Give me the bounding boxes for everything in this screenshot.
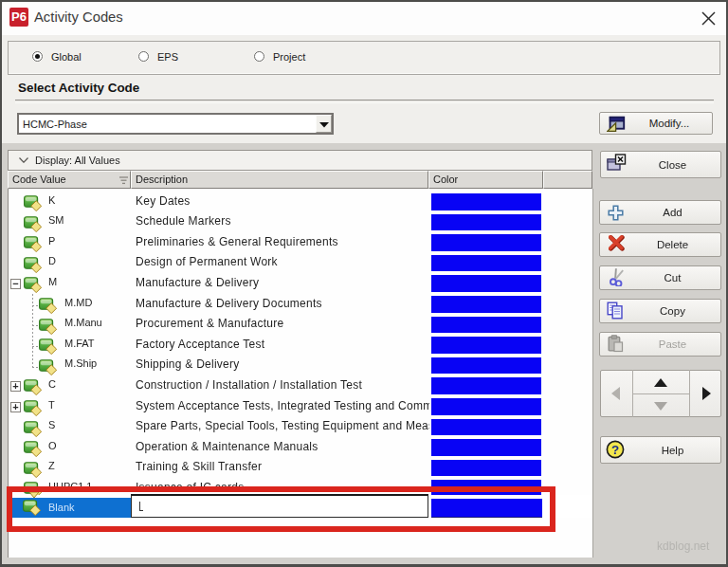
svg-text:?: ? — [611, 443, 619, 457]
